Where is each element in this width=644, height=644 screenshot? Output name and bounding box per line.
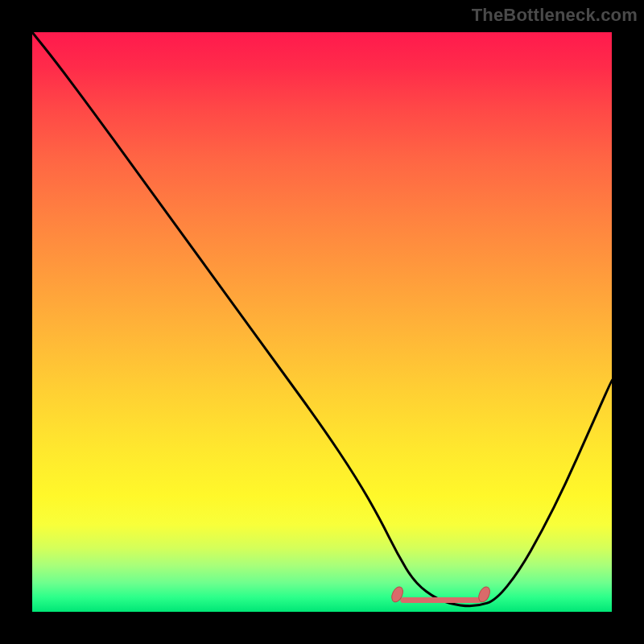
- watermark-text: TheBottleneck.com: [472, 5, 638, 26]
- curve-path: [32, 32, 612, 606]
- chart-frame: TheBottleneck.com: [0, 0, 644, 644]
- bottleneck-curve: [32, 32, 612, 612]
- flat-right-cap: [477, 585, 492, 604]
- flat-left-cap: [390, 585, 405, 604]
- plot-area: [32, 32, 612, 612]
